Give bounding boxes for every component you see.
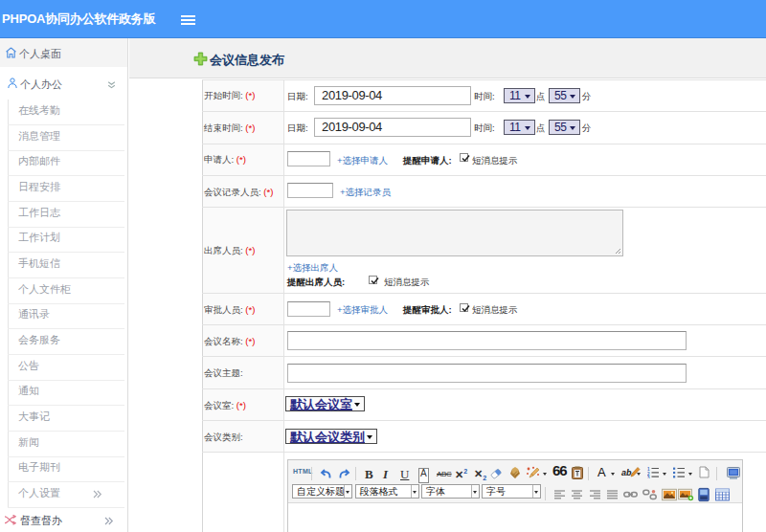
svg-text:3: 3	[647, 476, 650, 478]
